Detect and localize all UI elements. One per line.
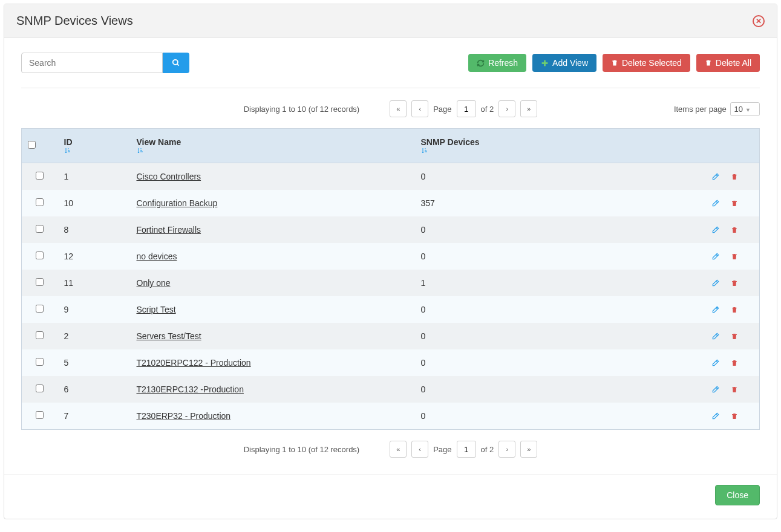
trash-icon[interactable] [731, 306, 738, 314]
trash-icon[interactable] [731, 359, 738, 367]
delete-all-button[interactable]: Delete All [696, 54, 760, 72]
toolbar: Refresh Add View Delete Selected [21, 53, 760, 73]
row-actions [711, 358, 754, 367]
plus-icon [541, 59, 549, 67]
pager-controls: « ‹ Page of 2 › » [390, 100, 537, 117]
row-actions [711, 279, 754, 287]
row-checkbox[interactable] [36, 251, 44, 259]
row-actions [711, 412, 754, 420]
refresh-button[interactable]: Refresh [468, 54, 526, 72]
divider [21, 88, 760, 88]
pager-prev-button[interactable]: ‹ [411, 100, 428, 117]
trash-icon[interactable] [731, 412, 738, 420]
modal-footer: Close [4, 475, 777, 519]
page-input[interactable] [457, 100, 476, 117]
pager-last-button[interactable]: » [520, 100, 537, 117]
select-all-checkbox[interactable] [28, 141, 36, 149]
row-device-count: 0 [421, 225, 426, 235]
table-row: 10Configuration Backup357 [22, 190, 760, 216]
row-id: 1 [64, 172, 69, 181]
row-id: 7 [64, 411, 69, 421]
row-actions [711, 252, 754, 261]
views-table: ID View Name SNMP Devices [21, 128, 760, 430]
page-input[interactable] [457, 441, 476, 458]
pager-bottom: Displaying 1 to 10 (of 12 records) « ‹ P… [21, 430, 760, 469]
row-actions [711, 305, 754, 314]
sort-icon [64, 147, 125, 154]
row-device-count: 0 [421, 305, 426, 314]
items-per-page-select[interactable]: 10▼ [730, 102, 760, 116]
row-checkbox[interactable] [36, 331, 44, 339]
pager-controls: « ‹ Page of 2 › » [390, 441, 537, 458]
edit-icon[interactable] [711, 412, 720, 420]
row-id: 6 [64, 384, 69, 394]
chevron-double-left-icon: « [396, 446, 400, 453]
edit-icon[interactable] [711, 305, 720, 314]
table-header-row: ID View Name SNMP Devices [22, 129, 760, 163]
row-checkbox[interactable] [36, 411, 44, 419]
header-snmp-devices[interactable]: SNMP Devices [415, 129, 705, 163]
snmp-views-modal: SNMP Devices Views ✕ Refresh [4, 4, 777, 519]
header-actions [705, 129, 760, 163]
view-name-link[interactable]: no devices [137, 251, 177, 261]
row-checkbox[interactable] [36, 384, 44, 392]
pager-first-button[interactable]: « [390, 441, 407, 458]
trash-icon[interactable] [731, 279, 738, 287]
view-name-link[interactable]: Only one [137, 278, 171, 288]
table-row: 12no devices0 [22, 243, 760, 270]
edit-icon[interactable] [711, 172, 720, 181]
view-name-link[interactable]: T230ERP32 - Production [137, 411, 231, 421]
row-checkbox[interactable] [36, 278, 44, 286]
table-row: 11Only one1 [22, 270, 760, 296]
pager-next-button[interactable]: › [498, 441, 515, 458]
search-button[interactable] [163, 53, 189, 73]
table-row: 9Script Test0 [22, 296, 760, 323]
trash-icon[interactable] [731, 199, 738, 207]
edit-icon[interactable] [711, 199, 720, 207]
row-checkbox[interactable] [36, 198, 44, 206]
page-label: Page [433, 105, 451, 114]
pager-prev-button[interactable]: ‹ [411, 441, 428, 458]
trash-icon[interactable] [731, 173, 738, 181]
delete-selected-label: Delete Selected [622, 58, 682, 68]
add-view-button[interactable]: Add View [532, 54, 596, 72]
row-checkbox[interactable] [36, 225, 44, 233]
view-name-link[interactable]: Script Test [137, 305, 176, 314]
search-input[interactable] [21, 53, 163, 73]
table-row: 6T2130ERPC132 -Production0 [22, 376, 760, 403]
header-view-name[interactable]: View Name [131, 129, 415, 163]
view-name-link[interactable]: Servers Test/Test [137, 331, 201, 341]
close-button[interactable]: Close [715, 485, 760, 505]
table-body: 1Cisco Controllers010Configuration Backu… [22, 163, 760, 430]
view-name-link[interactable]: Configuration Backup [137, 198, 218, 208]
delete-selected-button[interactable]: Delete Selected [603, 54, 690, 72]
row-checkbox[interactable] [36, 305, 44, 313]
row-checkbox[interactable] [36, 172, 44, 180]
svg-line-1 [177, 64, 179, 66]
row-checkbox[interactable] [36, 358, 44, 366]
edit-icon[interactable] [711, 225, 720, 234]
trash-icon[interactable] [731, 253, 738, 261]
view-name-link[interactable]: T2130ERPC132 -Production [137, 384, 244, 394]
edit-icon[interactable] [711, 332, 720, 340]
view-name-link[interactable]: T21020ERPC122 - Production [137, 358, 251, 368]
row-device-count: 1 [421, 278, 426, 288]
close-label: Close [727, 490, 748, 500]
view-name-link[interactable]: Cisco Controllers [137, 172, 201, 181]
edit-icon[interactable] [711, 252, 720, 261]
trash-icon[interactable] [731, 226, 738, 234]
edit-icon[interactable] [711, 385, 720, 394]
pager-next-button[interactable]: › [498, 100, 515, 117]
pager-first-button[interactable]: « [390, 100, 407, 117]
refresh-label: Refresh [488, 58, 518, 68]
edit-icon[interactable] [711, 358, 720, 367]
view-name-link[interactable]: Fortinet Firewalls [137, 225, 201, 235]
header-checkbox-cell [22, 129, 58, 163]
header-id[interactable]: ID [58, 129, 131, 163]
trash-icon[interactable] [731, 386, 738, 394]
pager-last-button[interactable]: » [520, 441, 537, 458]
trash-icon[interactable] [731, 332, 738, 340]
refresh-icon [477, 59, 485, 67]
close-icon[interactable]: ✕ [753, 15, 765, 27]
edit-icon[interactable] [711, 279, 720, 287]
